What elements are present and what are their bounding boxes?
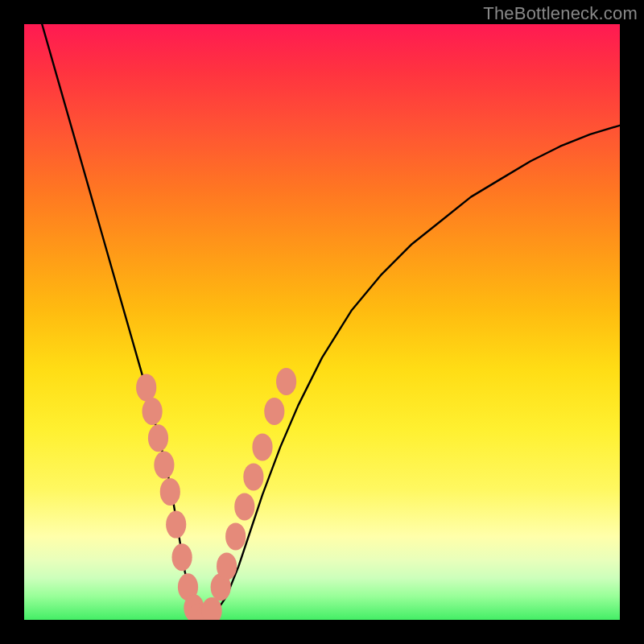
dot — [142, 398, 163, 425]
sample-dots — [136, 368, 296, 620]
dot — [225, 522, 246, 550]
dot — [202, 597, 222, 620]
dot — [166, 511, 186, 539]
dot — [243, 463, 263, 490]
dot — [136, 374, 156, 401]
chart-svg — [24, 24, 620, 620]
plot-area — [24, 24, 620, 620]
dot — [148, 424, 168, 452]
dot — [160, 478, 180, 506]
dot — [154, 452, 174, 479]
dot — [252, 433, 272, 460]
bottleneck-curve — [42, 24, 620, 620]
dot — [276, 368, 296, 395]
dot — [234, 493, 254, 520]
dot — [217, 552, 237, 580]
dot — [264, 398, 284, 425]
dot — [172, 543, 192, 571]
watermark-text: TheBottleneck.com — [483, 3, 638, 24]
chart-frame: TheBottleneck.com — [0, 0, 644, 644]
